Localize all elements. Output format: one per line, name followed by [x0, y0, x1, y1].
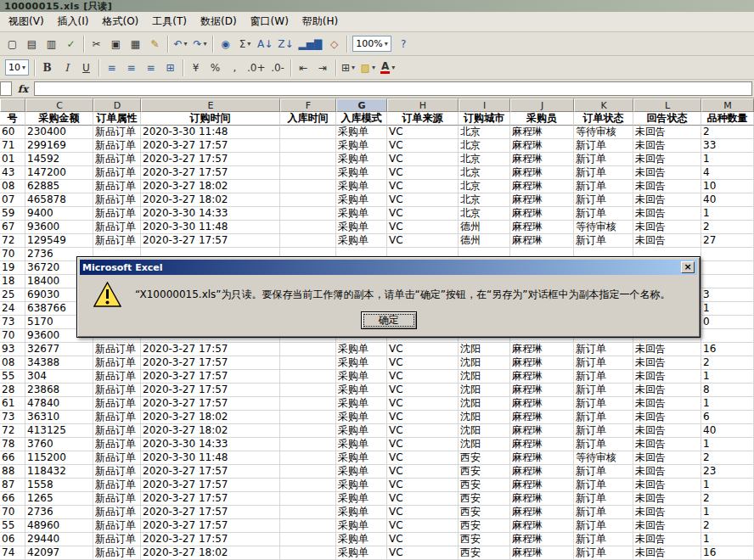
cell[interactable]: 2020-3-27 18:02: [141, 411, 280, 424]
cell[interactable]: VC: [387, 166, 459, 180]
cell[interactable]: 2020-3-27 17:57: [141, 370, 280, 384]
align-right-icon[interactable]: ≡: [141, 59, 160, 77]
column-header-H[interactable]: H: [387, 98, 459, 112]
new-file-icon[interactable]: ▢: [3, 35, 22, 53]
cell[interactable]: 采购单: [336, 533, 387, 546]
cut-icon[interactable]: ✂: [87, 35, 106, 53]
cell[interactable]: 沈阳: [459, 424, 510, 438]
cell[interactable]: 2020-3-27 17:57: [141, 533, 280, 546]
cell[interactable]: 沈阳: [459, 384, 510, 397]
cell[interactable]: 2020-3-27 17:57: [141, 166, 280, 180]
header-cell[interactable]: 订单状态: [574, 112, 633, 126]
cell[interactable]: 2020-3-27 17:57: [141, 465, 280, 479]
header-cell[interactable]: 回告状态: [633, 112, 701, 126]
cell[interactable]: 新订单: [574, 438, 633, 451]
fx-icon[interactable]: fx: [12, 83, 34, 95]
cell[interactable]: 新品订单: [93, 519, 141, 533]
cell[interactable]: 88: [0, 465, 25, 479]
cell[interactable]: 67: [0, 221, 25, 234]
cell[interactable]: 采购单: [336, 451, 387, 465]
cell[interactable]: VC: [387, 193, 459, 207]
cell[interactable]: 麻程琳: [510, 533, 574, 546]
name-box[interactable]: [0, 81, 12, 96]
cell[interactable]: 07: [0, 193, 25, 207]
cell[interactable]: 10: [701, 180, 754, 193]
cell[interactable]: 8: [701, 384, 754, 397]
cell[interactable]: 33: [701, 139, 754, 153]
cell[interactable]: [280, 424, 336, 438]
format-painter-icon[interactable]: ✎: [145, 35, 165, 53]
cell[interactable]: 3: [701, 288, 754, 302]
cell[interactable]: 新品订单: [93, 492, 141, 506]
drawing-icon[interactable]: ◇: [324, 35, 344, 53]
cell[interactable]: 采购单: [336, 126, 387, 139]
cell[interactable]: 采购单: [336, 519, 387, 533]
cell[interactable]: 4: [701, 166, 754, 180]
cell[interactable]: [280, 506, 336, 519]
cell[interactable]: 36310: [25, 411, 93, 424]
cell[interactable]: 新订单: [574, 234, 633, 248]
cell[interactable]: 1: [701, 479, 754, 492]
cell[interactable]: 新品订单: [93, 506, 141, 519]
borders-icon[interactable]: ⊞▾: [339, 59, 358, 77]
cell[interactable]: 麻程琳: [510, 438, 574, 451]
cell[interactable]: 2020-3-27 17:57: [141, 519, 280, 533]
header-cell[interactable]: 入库时间: [280, 112, 336, 126]
cell[interactable]: [280, 193, 336, 207]
cell[interactable]: VC: [387, 465, 459, 479]
cell[interactable]: VC: [387, 479, 459, 492]
cell[interactable]: 62885: [25, 180, 93, 193]
cell[interactable]: 新订单: [574, 166, 633, 180]
column-header-K[interactable]: K: [574, 98, 633, 112]
cell[interactable]: [280, 221, 336, 234]
cell[interactable]: 新品订单: [93, 139, 141, 153]
cell[interactable]: 未回告: [633, 479, 701, 492]
cell[interactable]: [280, 533, 336, 546]
cell[interactable]: 413125: [25, 424, 93, 438]
cell[interactable]: 麻程琳: [510, 465, 574, 479]
cell[interactable]: 采购单: [336, 546, 387, 560]
cell[interactable]: 采购单: [336, 193, 387, 207]
cell[interactable]: 德州: [459, 221, 510, 234]
cell[interactable]: 北京: [459, 166, 510, 180]
cell[interactable]: 1: [701, 397, 754, 411]
cell[interactable]: [280, 343, 336, 356]
underline-icon[interactable]: U: [76, 59, 96, 77]
cell[interactable]: 新订单: [574, 424, 633, 438]
cell[interactable]: 未回告: [633, 397, 701, 411]
zoom-select[interactable]: 100%▾: [352, 36, 391, 52]
cell[interactable]: [280, 411, 336, 424]
cell[interactable]: 未回告: [633, 465, 701, 479]
cell[interactable]: 1: [701, 153, 754, 166]
header-cell[interactable]: 采购金额: [25, 112, 93, 126]
cell[interactable]: 2020-3-27 17:57: [141, 343, 280, 356]
cell[interactable]: VC: [387, 424, 459, 438]
cell[interactable]: 2020-3-27 18:02: [141, 180, 280, 193]
cell[interactable]: 1: [701, 533, 754, 546]
cell[interactable]: 2: [701, 221, 754, 234]
cell[interactable]: 采购单: [336, 397, 387, 411]
cell[interactable]: 新订单: [574, 139, 633, 153]
cell[interactable]: 未回告: [633, 519, 701, 533]
cell[interactable]: 2020-3-27 17:57: [141, 153, 280, 166]
cell[interactable]: 304: [25, 370, 93, 384]
header-cell[interactable]: 订单属性: [93, 112, 141, 126]
cell[interactable]: 西安: [459, 479, 510, 492]
cell[interactable]: 采购单: [336, 139, 387, 153]
column-header-J[interactable]: J: [510, 98, 574, 112]
cell[interactable]: 沈阳: [459, 438, 510, 451]
cell[interactable]: 新品订单: [93, 465, 141, 479]
chart-wizard-icon[interactable]: ▂▅▇: [296, 35, 325, 53]
cell[interactable]: 59: [0, 207, 25, 221]
cell[interactable]: 西安: [459, 519, 510, 533]
header-cell[interactable]: 号: [0, 112, 25, 126]
cell[interactable]: 新品订单: [93, 370, 141, 384]
cell[interactable]: 1558: [25, 479, 93, 492]
cell[interactable]: 16: [701, 546, 754, 560]
cell[interactable]: 采购单: [336, 166, 387, 180]
sort-ascending-icon[interactable]: A↓: [255, 35, 275, 53]
cell[interactable]: 新订单: [574, 546, 633, 560]
cell[interactable]: VC: [387, 126, 459, 139]
cell[interactable]: [280, 451, 336, 465]
cell[interactable]: 2020-3-30 14:33: [141, 438, 280, 451]
